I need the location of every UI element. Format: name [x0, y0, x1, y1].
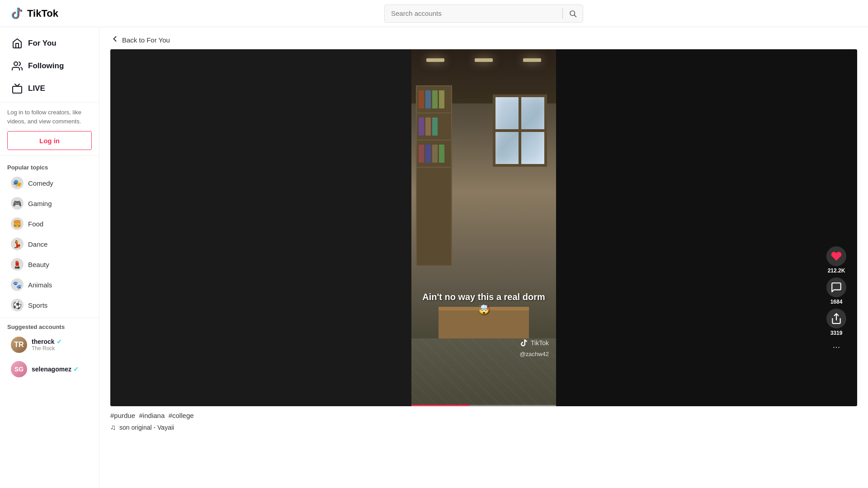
- room-lights: [411, 58, 556, 62]
- selenagomez-info: selenagomez ✓: [32, 366, 88, 373]
- selenagomez-avatar: SG: [11, 361, 27, 377]
- therock-verified-badge: ✓: [57, 338, 62, 345]
- room-light-3: [523, 58, 541, 62]
- live-icon: [11, 82, 24, 95]
- selenagomez-name: selenagomez ✓: [32, 366, 88, 373]
- following-icon: [11, 60, 24, 72]
- main-content: Back to For You: [99, 27, 868, 488]
- comment-count: 1684: [830, 299, 843, 305]
- nav-item-for-you[interactable]: For You: [4, 33, 95, 54]
- room-floor: [411, 338, 556, 406]
- video-username: @zachw42: [519, 351, 549, 357]
- suggested-accounts-label: Suggested accounts: [0, 318, 99, 332]
- logo-text: TikTok: [27, 8, 58, 19]
- music-title: son original - Vayaii: [119, 424, 174, 431]
- watermark-text: TikTok: [531, 339, 549, 347]
- tag-purdue[interactable]: #purdue: [110, 412, 135, 419]
- account-therock[interactable]: TR therock ✓ The Rock: [4, 333, 95, 357]
- gaming-icon: 🎮: [11, 197, 24, 210]
- nav-for-you-label: For You: [28, 39, 57, 48]
- dance-icon: 💃: [11, 238, 24, 250]
- svg-line-1: [574, 15, 576, 17]
- room-window: [493, 94, 547, 167]
- topic-food[interactable]: 🍔 Food: [4, 214, 95, 234]
- topic-beauty[interactable]: 💄 Beauty: [4, 254, 95, 274]
- share-icon: [826, 309, 846, 328]
- book-1: [419, 90, 424, 108]
- sidebar: For You Following LIVE: [0, 27, 99, 488]
- shelf-row-2: [417, 113, 451, 141]
- book-3: [432, 90, 438, 108]
- tag-indiana[interactable]: #indiana: [139, 412, 165, 419]
- room-shelves: [416, 85, 452, 266]
- share-button[interactable]: 3319: [826, 309, 846, 336]
- video-caption: Ain't no way this a real dorm 🤯: [411, 291, 556, 316]
- logo-area: TikTok: [9, 6, 108, 21]
- tags-section: #purdue #indiana #college: [99, 406, 868, 422]
- topic-beauty-label: Beauty: [28, 261, 49, 268]
- comedy-icon: 🎭: [11, 177, 24, 189]
- nav-live-label: LIVE: [28, 84, 45, 93]
- like-button[interactable]: 212.2K: [826, 246, 846, 274]
- more-button[interactable]: ···: [833, 340, 840, 352]
- tag-college[interactable]: #college: [169, 412, 194, 419]
- back-arrow-icon: [110, 34, 119, 46]
- sports-icon: ⚽: [11, 299, 24, 311]
- shelf-row-3: [417, 141, 451, 168]
- video-actions: 212.2K 1684: [826, 246, 846, 352]
- back-nav-label: Back to For You: [122, 36, 170, 44]
- topic-comedy[interactable]: 🎭 Comedy: [4, 173, 95, 193]
- room-light-1: [426, 58, 444, 62]
- account-selenagomez[interactable]: SG selenagomez ✓: [4, 357, 95, 381]
- main-layout: For You Following LIVE: [0, 27, 868, 488]
- therock-sub: The Rock: [32, 345, 88, 352]
- book-2: [425, 90, 431, 108]
- search-button[interactable]: [563, 5, 583, 23]
- svg-rect-3: [13, 86, 22, 93]
- topic-gaming-label: Gaming: [28, 200, 52, 207]
- search-input[interactable]: [385, 9, 562, 17]
- nav-item-following[interactable]: Following: [4, 55, 95, 77]
- book-11: [439, 145, 444, 163]
- home-icon: [11, 37, 24, 50]
- heart-icon: [826, 246, 846, 266]
- floor-pattern: [411, 338, 556, 406]
- room-light-2: [475, 58, 493, 62]
- topic-animals-label: Animals: [28, 281, 52, 289]
- topic-dance[interactable]: 💃 Dance: [4, 234, 95, 254]
- video-center: Ain't no way this a real dorm 🤯 TikTok @…: [411, 49, 556, 406]
- shelf-row-1: [417, 86, 451, 113]
- comment-button[interactable]: 1684: [826, 277, 846, 305]
- more-dots-icon: ···: [833, 342, 840, 352]
- animals-icon: 🐾: [11, 278, 24, 291]
- svg-point-2: [14, 62, 18, 66]
- topic-comedy-label: Comedy: [28, 179, 53, 187]
- book-4: [439, 90, 444, 108]
- video-progress-bar: [411, 405, 556, 406]
- video-container[interactable]: Ain't no way this a real dorm 🤯 TikTok @…: [110, 49, 857, 406]
- selenagomez-verified-badge: ✓: [73, 366, 79, 373]
- nav-following-label: Following: [28, 61, 64, 70]
- video-left-dark: [110, 49, 411, 406]
- topic-food-label: Food: [28, 220, 43, 228]
- book-9: [425, 145, 431, 163]
- topic-gaming[interactable]: 🎮 Gaming: [4, 193, 95, 213]
- topic-sports[interactable]: ⚽ Sports: [4, 295, 95, 315]
- topic-dance-label: Dance: [28, 240, 47, 248]
- book-7: [432, 117, 438, 136]
- share-count: 3319: [830, 330, 843, 336]
- header: TikTok: [0, 0, 868, 27]
- topic-animals[interactable]: 🐾 Animals: [4, 275, 95, 295]
- therock-info: therock ✓ The Rock: [32, 338, 88, 352]
- login-button[interactable]: Log in: [7, 131, 92, 150]
- window-divider-v: [519, 97, 521, 164]
- video-progress-fill: [411, 405, 469, 406]
- login-section: Log in to follow creators, like videos, …: [0, 102, 99, 156]
- comment-icon: [826, 277, 846, 297]
- book-8: [419, 145, 424, 163]
- nav-item-live[interactable]: LIVE: [4, 78, 95, 99]
- search-icon: [569, 9, 577, 18]
- back-nav[interactable]: Back to For You: [99, 27, 868, 49]
- music-section: ♫ son original - Vayaii: [99, 422, 868, 437]
- like-count: 212.2K: [828, 267, 845, 274]
